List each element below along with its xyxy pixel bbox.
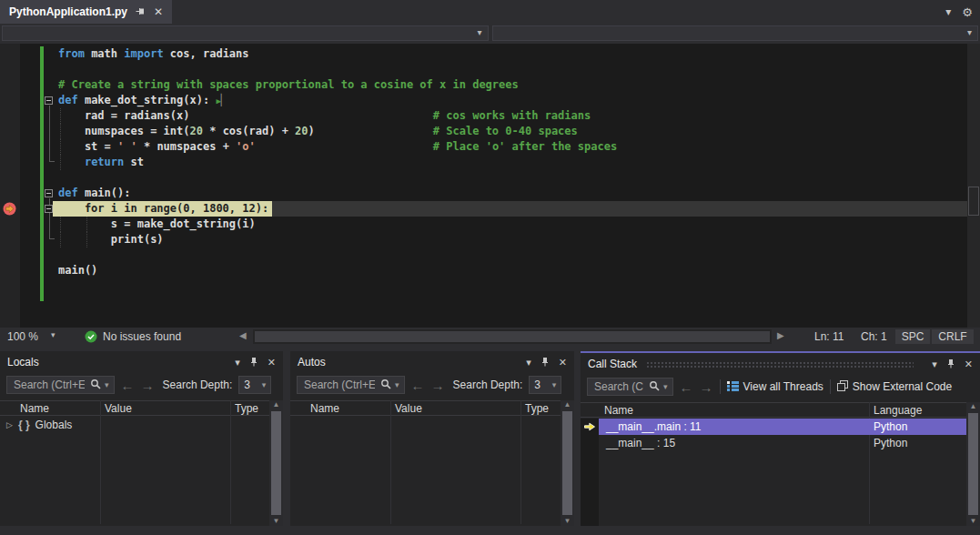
scrollbar-thumb[interactable] bbox=[562, 411, 572, 515]
search-options-chevron-icon[interactable]: ▾ bbox=[395, 380, 399, 389]
search-input[interactable] bbox=[592, 379, 645, 394]
fold-collapse-icon[interactable] bbox=[45, 96, 53, 105]
column-header-value[interactable]: Value bbox=[395, 402, 422, 415]
autos-search-box[interactable]: ▾ bbox=[297, 376, 405, 394]
close-icon[interactable]: ✕ bbox=[965, 358, 973, 370]
health-check-icon[interactable] bbox=[85, 330, 97, 346]
search-back-icon[interactable]: ← bbox=[411, 379, 425, 392]
scrollbar-thumb[interactable] bbox=[968, 187, 979, 216]
frame-language[interactable]: Python bbox=[874, 419, 907, 435]
health-status[interactable]: No issues found bbox=[103, 330, 181, 343]
code-line[interactable]: main() bbox=[0, 263, 967, 278]
scroll-right-icon[interactable]: ▶ bbox=[777, 330, 784, 340]
settings-gear-icon[interactable]: ⚙ bbox=[962, 5, 973, 19]
breakpoint-current-statement-icon[interactable] bbox=[3, 202, 16, 216]
spaces-toggle[interactable]: SPC bbox=[895, 329, 930, 344]
code-line[interactable] bbox=[0, 170, 967, 186]
pin-icon[interactable] bbox=[541, 357, 550, 368]
code-line[interactable]: def main(): bbox=[0, 186, 967, 201]
scrollbar-thumb[interactable] bbox=[271, 411, 281, 515]
frame-language[interactable]: Python bbox=[874, 435, 907, 451]
column-header-name[interactable]: Name bbox=[310, 402, 339, 415]
locals-row-globals[interactable]: ▷ { } Globals bbox=[0, 417, 269, 433]
column-header-type[interactable]: Type bbox=[525, 402, 549, 415]
code-line[interactable]: from math import cos, radians bbox=[0, 46, 967, 62]
member-dropdown[interactable]: ▾ bbox=[492, 25, 979, 41]
editor-horizontal-scrollbar[interactable] bbox=[253, 329, 772, 344]
locals-vertical-scrollbar[interactable]: ▲ ▼ bbox=[269, 400, 283, 526]
code-line[interactable]: rad = radians(x) # cos works with radian… bbox=[0, 108, 967, 124]
code-line[interactable]: for i in range(0, 1800, 12): bbox=[0, 201, 967, 217]
scroll-down-icon[interactable]: ▼ bbox=[269, 517, 283, 525]
code-line[interactable] bbox=[0, 247, 967, 263]
locals-search-box[interactable]: ▾ bbox=[6, 376, 115, 394]
type-dropdown[interactable]: ▾ bbox=[2, 25, 489, 41]
scroll-up-icon[interactable]: ▲ bbox=[561, 400, 574, 409]
code-line[interactable] bbox=[0, 62, 967, 77]
search-input[interactable] bbox=[12, 378, 86, 392]
column-header-name[interactable]: Name bbox=[604, 404, 633, 417]
scroll-left-icon[interactable]: ◀ bbox=[239, 330, 247, 340]
window-position-chevron-icon[interactable]: ▾ bbox=[235, 357, 240, 368]
document-tab[interactable]: PythonApplication1.py ✕ bbox=[0, 0, 172, 24]
frame-name[interactable]: __main__ : 15 bbox=[606, 435, 675, 451]
autos-vertical-scrollbar[interactable]: ▲ ▼ bbox=[561, 400, 574, 526]
expand-triangle-icon[interactable]: ▷ bbox=[6, 420, 13, 429]
search-back-icon[interactable]: ← bbox=[121, 379, 135, 392]
code-line[interactable]: print(s) bbox=[0, 232, 967, 247]
search-forward-icon[interactable]: → bbox=[431, 379, 445, 392]
zoom-dropdown-icon[interactable]: ▾ bbox=[51, 330, 56, 339]
search-forward-icon[interactable]: → bbox=[700, 380, 713, 394]
scroll-up-icon[interactable]: ▲ bbox=[966, 402, 980, 410]
code-line[interactable]: st = ' ' * numspaces + 'o' # Place 'o' a… bbox=[0, 139, 967, 155]
scroll-up-icon[interactable]: ▲ bbox=[269, 400, 283, 409]
column-header-type[interactable]: Type bbox=[235, 402, 258, 415]
autos-title-bar[interactable]: Autos ▾ ✕ bbox=[290, 351, 574, 373]
code-line[interactable]: return st bbox=[0, 155, 967, 170]
fold-collapse-icon[interactable] bbox=[45, 205, 53, 213]
search-options-chevron-icon[interactable]: ▾ bbox=[105, 380, 109, 389]
zoom-level[interactable]: 100 % bbox=[7, 330, 38, 343]
object-braces-icon: { } bbox=[18, 419, 30, 431]
column-header-language[interactable]: Language bbox=[874, 404, 922, 417]
scrollbar-thumb[interactable] bbox=[968, 413, 978, 515]
close-icon[interactable]: ✕ bbox=[154, 6, 163, 17]
search-options-chevron-icon[interactable]: ▾ bbox=[663, 382, 668, 391]
code-line[interactable]: numspaces = int(20 * cos(rad) + 20) # Sc… bbox=[0, 124, 967, 139]
window-position-chevron-icon[interactable]: ▾ bbox=[932, 358, 937, 370]
search-back-icon[interactable]: ← bbox=[680, 380, 693, 394]
window-list-chevron-icon[interactable]: ▾ bbox=[945, 5, 951, 18]
frame-name[interactable]: __main__.main : 11 bbox=[606, 419, 702, 435]
pin-icon[interactable] bbox=[136, 6, 146, 18]
column-header-value[interactable]: Value bbox=[105, 402, 132, 415]
callstack-search-box[interactable]: ▾ bbox=[587, 378, 673, 396]
drag-grip[interactable] bbox=[646, 361, 914, 369]
scroll-down-icon[interactable]: ▼ bbox=[966, 517, 980, 525]
search-depth-select[interactable]: 3 ▾ bbox=[238, 376, 271, 394]
close-icon[interactable]: ✕ bbox=[559, 357, 567, 368]
search-forward-icon[interactable]: → bbox=[141, 379, 155, 392]
fold-collapse-icon[interactable] bbox=[45, 189, 53, 197]
column-header-name[interactable]: Name bbox=[20, 402, 49, 415]
search-input[interactable] bbox=[302, 378, 377, 392]
search-depth-select[interactable]: 3 ▾ bbox=[529, 376, 561, 394]
pin-icon[interactable] bbox=[249, 357, 258, 368]
window-position-chevron-icon[interactable]: ▾ bbox=[526, 357, 531, 368]
code-line[interactable]: s = make_dot_string(i) bbox=[0, 217, 967, 232]
callstack-vertical-scrollbar[interactable]: ▲ ▼ bbox=[966, 402, 980, 526]
callstack-title-bar[interactable]: Call Stack ▾ ✕ bbox=[581, 353, 980, 375]
locals-panel: Locals ▾ ✕ ▾ ← → Search Depth: 3 ▾ Name … bbox=[0, 351, 283, 526]
code-line[interactable]: # Create a string with spaces proportion… bbox=[0, 77, 967, 93]
pin-icon[interactable] bbox=[946, 358, 955, 370]
scrollbar-thumb[interactable] bbox=[255, 331, 770, 342]
editor-vertical-scrollbar[interactable] bbox=[967, 44, 980, 328]
code-editor[interactable]: from math import cos, radians# Create a … bbox=[0, 44, 980, 328]
view-all-threads-button[interactable]: View all Threads bbox=[727, 380, 823, 394]
scroll-down-icon[interactable]: ▼ bbox=[561, 517, 574, 525]
visual-studio-window: PythonApplication1.py ✕ ▾ ⚙ ▾ ▾ from mat… bbox=[0, 0, 980, 535]
code-line[interactable]: def make_dot_string(x): ▶▏ bbox=[0, 93, 967, 108]
close-icon[interactable]: ✕ bbox=[268, 357, 276, 368]
locals-title-bar[interactable]: Locals ▾ ✕ bbox=[0, 351, 283, 373]
line-ending-toggle[interactable]: CRLF bbox=[932, 329, 974, 344]
show-external-code-button[interactable]: Show External Code bbox=[837, 380, 952, 394]
